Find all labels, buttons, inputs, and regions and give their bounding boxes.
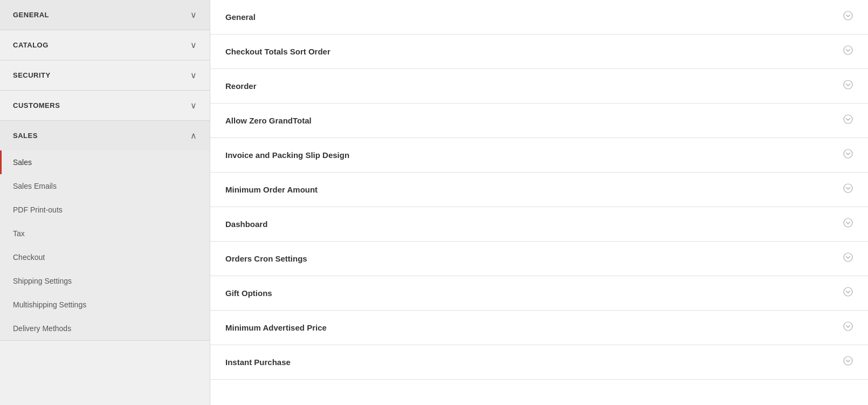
sidebar-section-chevron-sales: ∧ bbox=[190, 131, 197, 141]
svg-point-7 bbox=[844, 253, 852, 262]
sidebar-item-tax[interactable]: Tax bbox=[0, 222, 210, 245]
svg-point-0 bbox=[844, 11, 852, 20]
content-item-label-instant-purchase: Instant Purchase bbox=[225, 358, 291, 367]
content-item-general[interactable]: General bbox=[210, 0, 868, 35]
sidebar-item-pdf-printouts[interactable]: PDF Print-outs bbox=[0, 198, 210, 222]
sidebar-section-chevron-security: ∨ bbox=[190, 70, 197, 80]
content-item-label-allow-zero-grandtotal: Allow Zero GrandTotal bbox=[225, 116, 312, 125]
svg-point-3 bbox=[844, 115, 852, 123]
sidebar-item-sales[interactable]: Sales bbox=[0, 150, 210, 174]
content-item-checkout-totals-sort-order[interactable]: Checkout Totals Sort Order bbox=[210, 35, 868, 69]
content-item-chevron-icon-orders-cron-settings bbox=[843, 252, 853, 265]
sidebar-section-security: SECURITY∨ bbox=[0, 60, 210, 91]
svg-point-6 bbox=[844, 218, 852, 227]
sidebar-item-shipping-settings[interactable]: Shipping Settings bbox=[0, 269, 210, 293]
content-item-chevron-icon-general bbox=[843, 11, 853, 23]
content-item-orders-cron-settings[interactable]: Orders Cron Settings bbox=[210, 242, 868, 276]
sidebar-item-sales-emails[interactable]: Sales Emails bbox=[0, 174, 210, 198]
content-item-chevron-icon-gift-options bbox=[843, 287, 853, 299]
sidebar-section-header-sales[interactable]: SALES∧ bbox=[0, 121, 210, 150]
content-item-label-dashboard: Dashboard bbox=[225, 219, 267, 229]
sidebar-section-items-sales: SalesSales EmailsPDF Print-outsTaxChecko… bbox=[0, 150, 210, 340]
sidebar-section-general: GENERAL∨ bbox=[0, 0, 210, 30]
content-item-gift-options[interactable]: Gift Options bbox=[210, 276, 868, 311]
sidebar-section-sales: SALES∧SalesSales EmailsPDF Print-outsTax… bbox=[0, 121, 210, 341]
sidebar: GENERAL∨CATALOG∨SECURITY∨CUSTOMERS∨SALES… bbox=[0, 0, 210, 405]
content-item-dashboard[interactable]: Dashboard bbox=[210, 207, 868, 242]
svg-point-4 bbox=[844, 149, 852, 158]
main-content: General Checkout Totals Sort Order Reord… bbox=[210, 0, 868, 405]
content-item-label-minimum-advertised-price: Minimum Advertised Price bbox=[225, 323, 327, 332]
sidebar-item-delivery-methods[interactable]: Delivery Methods bbox=[0, 317, 210, 340]
sidebar-section-chevron-customers: ∨ bbox=[190, 100, 197, 111]
content-item-label-checkout-totals-sort-order: Checkout Totals Sort Order bbox=[225, 47, 330, 56]
sidebar-section-header-customers[interactable]: CUSTOMERS∨ bbox=[0, 91, 210, 120]
content-item-label-reorder: Reorder bbox=[225, 81, 257, 91]
content-item-label-orders-cron-settings: Orders Cron Settings bbox=[225, 254, 307, 263]
sidebar-section-label-catalog: CATALOG bbox=[13, 41, 49, 49]
svg-point-1 bbox=[844, 46, 852, 54]
content-item-chevron-icon-allow-zero-grandtotal bbox=[843, 114, 853, 127]
sidebar-section-header-catalog[interactable]: CATALOG∨ bbox=[0, 30, 210, 60]
sidebar-section-label-sales: SALES bbox=[13, 132, 38, 140]
sidebar-section-chevron-general: ∨ bbox=[190, 10, 197, 20]
svg-point-10 bbox=[844, 356, 852, 365]
content-item-reorder[interactable]: Reorder bbox=[210, 69, 868, 104]
sidebar-section-label-customers: CUSTOMERS bbox=[13, 101, 60, 109]
sidebar-section-label-security: SECURITY bbox=[13, 71, 51, 79]
sidebar-item-multishipping-settings[interactable]: Multishipping Settings bbox=[0, 293, 210, 317]
content-item-label-general: General bbox=[225, 12, 256, 22]
content-item-chevron-icon-minimum-advertised-price bbox=[843, 321, 853, 334]
content-item-chevron-icon-checkout-totals-sort-order bbox=[843, 45, 853, 58]
content-item-chevron-icon-instant-purchase bbox=[843, 356, 853, 368]
svg-point-9 bbox=[844, 322, 852, 331]
content-item-label-minimum-order-amount: Minimum Order Amount bbox=[225, 185, 318, 194]
content-item-instant-purchase[interactable]: Instant Purchase bbox=[210, 345, 868, 380]
sidebar-section-header-security[interactable]: SECURITY∨ bbox=[0, 60, 210, 90]
content-item-allow-zero-grandtotal[interactable]: Allow Zero GrandTotal bbox=[210, 104, 868, 138]
content-item-chevron-icon-reorder bbox=[843, 80, 853, 92]
content-item-chevron-icon-dashboard bbox=[843, 218, 853, 230]
svg-point-8 bbox=[844, 287, 852, 296]
svg-point-2 bbox=[844, 80, 852, 89]
sidebar-section-chevron-catalog: ∨ bbox=[190, 40, 197, 50]
content-item-minimum-advertised-price[interactable]: Minimum Advertised Price bbox=[210, 311, 868, 345]
content-item-minimum-order-amount[interactable]: Minimum Order Amount bbox=[210, 173, 868, 207]
sidebar-section-label-general: GENERAL bbox=[13, 11, 49, 19]
sidebar-item-checkout[interactable]: Checkout bbox=[0, 245, 210, 269]
content-item-chevron-icon-invoice-and-packing-slip-design bbox=[843, 149, 853, 161]
sidebar-section-header-general[interactable]: GENERAL∨ bbox=[0, 0, 210, 30]
svg-point-5 bbox=[844, 184, 852, 193]
sidebar-section-catalog: CATALOG∨ bbox=[0, 30, 210, 60]
content-item-chevron-icon-minimum-order-amount bbox=[843, 183, 853, 196]
content-item-label-gift-options: Gift Options bbox=[225, 289, 272, 298]
sidebar-section-customers: CUSTOMERS∨ bbox=[0, 91, 210, 121]
content-item-invoice-and-packing-slip-design[interactable]: Invoice and Packing Slip Design bbox=[210, 138, 868, 173]
content-item-label-invoice-and-packing-slip-design: Invoice and Packing Slip Design bbox=[225, 150, 349, 160]
